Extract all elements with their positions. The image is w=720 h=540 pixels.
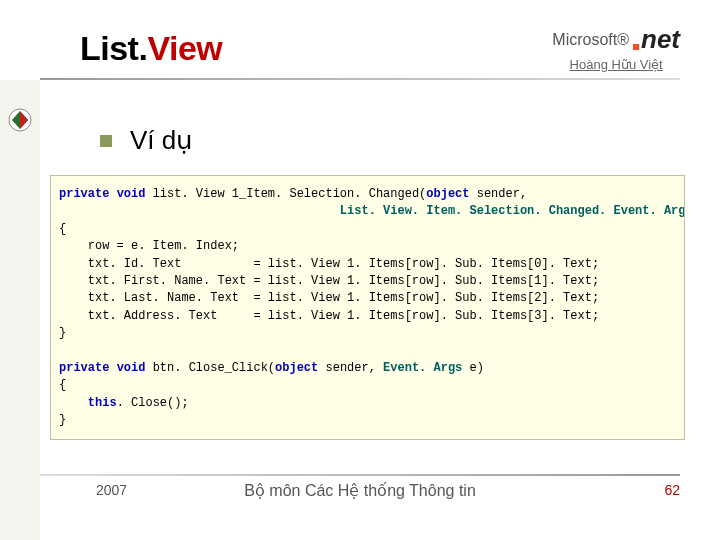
code-pad [59, 204, 340, 218]
subheading-label: Ví dụ [130, 125, 192, 156]
type-name: List. View. Item. Selection. Changed. Ev… [340, 204, 685, 218]
keyword-object: object [426, 187, 469, 201]
left-stripe [0, 0, 40, 540]
brace: } [59, 326, 66, 340]
code-text: list. View 1_Item. Selection. Changed( [145, 187, 426, 201]
brace: } [59, 413, 66, 427]
title-suffix: View [147, 29, 222, 67]
page-title: List.View [80, 29, 222, 68]
code-line: row = e. Item. Index; [59, 239, 239, 253]
keyword-object: object [275, 361, 318, 375]
code-text: btn. Close_Click( [145, 361, 275, 375]
code-pad [59, 396, 88, 410]
subheading-row: Ví dụ [100, 125, 192, 156]
footer: 2007 Bộ môn Các Hệ thống Thông tin 62 [0, 476, 720, 504]
keyword-void: void [117, 361, 146, 375]
keyword-void: void [117, 187, 146, 201]
brace: { [59, 222, 66, 236]
code-line: txt. Address. Text = list. View 1. Items… [59, 309, 599, 323]
keyword-this: this [88, 396, 117, 410]
code-text: e) [462, 361, 484, 375]
code-line: txt. First. Name. Text = list. View 1. I… [59, 274, 599, 288]
author-name: Hoàng Hữu Việt [570, 57, 663, 72]
dotnet-logo-icon: net [633, 24, 680, 55]
header: List.View Microsoft® net Hoàng Hữu Việt [80, 18, 680, 78]
code-text: sender, [470, 187, 528, 201]
keyword-private: private [59, 361, 109, 375]
brace: { [59, 378, 66, 392]
corner-logo-icon [8, 108, 32, 132]
code-line: txt. Last. Name. Text = list. View 1. It… [59, 291, 599, 305]
keyword-private: private [59, 187, 109, 201]
header-divider [40, 78, 680, 80]
logo-company: Microsoft® [552, 31, 629, 49]
code-text: . Close(); [117, 396, 189, 410]
slide: List.View Microsoft® net Hoàng Hữu Việt … [0, 0, 720, 540]
code-text: sender, [318, 361, 383, 375]
footer-page-number: 62 [664, 482, 680, 498]
title-prefix: List. [80, 29, 147, 67]
logo-top: Microsoft® net [552, 24, 680, 55]
type-name: Event. Args [383, 361, 462, 375]
code-line: txt. Id. Text = list. View 1. Items[row]… [59, 257, 599, 271]
code-block: private void list. View 1_Item. Selectio… [50, 175, 685, 440]
logo-area: Microsoft® net Hoàng Hữu Việt [552, 24, 680, 72]
bullet-square-icon [100, 135, 112, 147]
footer-center: Bộ môn Các Hệ thống Thông tin [0, 481, 720, 500]
